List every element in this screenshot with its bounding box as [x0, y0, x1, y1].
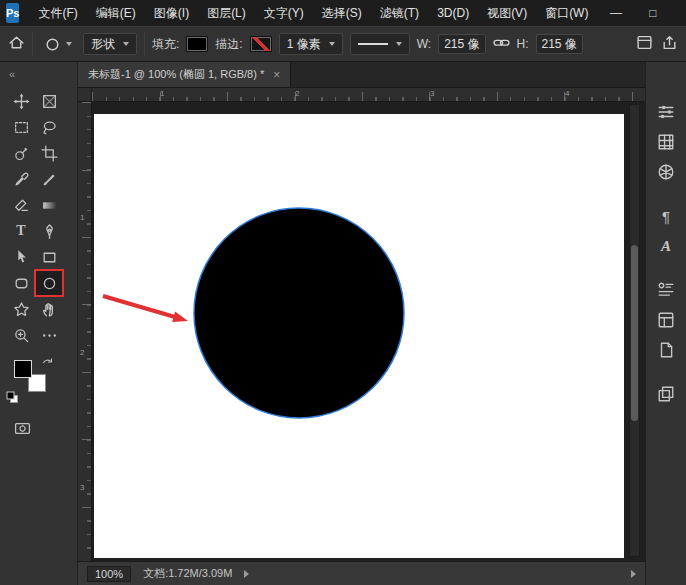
collapse-toolbar-icon[interactable]: « [0, 68, 77, 88]
brush-tool[interactable] [35, 166, 63, 192]
tools-panel: « [0, 62, 78, 585]
menu-item-filter[interactable]: 滤镜(T) [371, 5, 428, 22]
width-value: 215 像 [444, 36, 479, 53]
height-value: 215 像 [542, 36, 577, 53]
gradient-tool[interactable] [35, 192, 63, 218]
chevron-down-icon [66, 42, 72, 46]
menu-item-view[interactable]: 视图(V) [478, 5, 536, 22]
document-tab-title: 未标题-1 @ 100% (椭圆 1, RGB/8) * [88, 67, 264, 82]
ruler-number: 1 [160, 89, 164, 98]
hand-tool[interactable] [35, 296, 63, 322]
menu-item-select[interactable]: 选择(S) [313, 5, 371, 22]
type-tool[interactable]: T [7, 218, 35, 244]
pen-tool[interactable] [35, 218, 63, 244]
rounded-rectangle-tool[interactable] [7, 270, 35, 296]
menubar: Ps 文件(F) 编辑(E) 图像(I) 图层(L) 文字(Y) 选择(S) 滤… [0, 0, 686, 26]
channels-panel-icon[interactable] [654, 130, 678, 154]
quick-selection-tool[interactable] [7, 140, 35, 166]
ruler-number: 3 [430, 89, 434, 98]
close-tab-icon[interactable]: × [273, 68, 280, 82]
tool-mode-select[interactable]: 形状 [83, 33, 137, 55]
rectangle-tool[interactable] [35, 244, 63, 270]
eraser-tool[interactable] [7, 192, 35, 218]
menu-item-image[interactable]: 图像(I) [145, 5, 198, 22]
maximize-button[interactable]: □ [634, 0, 671, 26]
libraries-panel-icon[interactable] [654, 308, 678, 332]
ellipse-shape [194, 208, 404, 418]
foreground-color-swatch[interactable] [14, 360, 32, 378]
link-dimensions-icon[interactable] [493, 34, 510, 54]
menu-item-edit[interactable]: 编辑(E) [87, 5, 145, 22]
options-right-group [636, 34, 678, 54]
photoshop-logo: Ps [6, 3, 19, 23]
character-panel-icon[interactable]: A [654, 234, 678, 258]
height-label: H: [517, 37, 529, 51]
annotation-arrow-line [103, 296, 175, 317]
properties-panel-icon[interactable] [654, 100, 678, 124]
ruler-number: 3 [80, 483, 84, 492]
main-area: « [0, 62, 686, 585]
menu-item-3d[interactable]: 3D(D) [428, 6, 478, 20]
canvas-workspace[interactable]: 1 2 3 4 1 2 3 [78, 88, 645, 561]
stroke-width-value: 1 像素 [287, 36, 321, 53]
zoom-level-field[interactable]: 100% [87, 566, 131, 582]
stroke-swatch[interactable] [250, 36, 272, 52]
ellipse-tool[interactable] [35, 270, 63, 296]
eyedropper-tool[interactable] [7, 166, 35, 192]
custom-shape-tool[interactable] [7, 296, 35, 322]
stroke-style-select[interactable] [350, 33, 410, 55]
panel-toggle-icon[interactable] [636, 34, 653, 54]
scrollbar-thumb[interactable] [631, 245, 638, 421]
zoom-tool[interactable] [7, 322, 35, 348]
status-popup-arrow-icon[interactable] [244, 570, 249, 578]
status-bar: 100% 文档:1.72M/3.09M [78, 561, 645, 585]
chevron-down-icon [396, 42, 402, 46]
options-bar: 形状 填充: 描边: 1 像素 W: 215 像 H: 215 像 [0, 26, 686, 62]
fill-swatch[interactable] [186, 36, 208, 52]
vertical-scrollbar[interactable] [629, 104, 640, 557]
stroke-width-select[interactable]: 1 像素 [279, 33, 343, 55]
move-tool[interactable] [7, 88, 35, 114]
share-icon[interactable] [661, 34, 678, 54]
scroll-right-arrow-icon[interactable] [631, 570, 636, 578]
document-tabbar: 未标题-1 @ 100% (椭圆 1, RGB/8) * × [78, 62, 645, 88]
menu-item-type[interactable]: 文字(Y) [255, 5, 313, 22]
screen-mode-icon[interactable] [14, 420, 77, 441]
color-wheel-panel-icon[interactable] [654, 160, 678, 184]
layers-panel-icon[interactable] [654, 382, 678, 406]
ruler-corner [78, 88, 92, 102]
height-field[interactable]: 215 像 [536, 34, 583, 54]
path-selection-tool[interactable] [7, 244, 35, 270]
paragraph-styles-panel-icon[interactable] [654, 278, 678, 302]
document-info: 文档:1.72M/3.09M [143, 566, 232, 581]
menu-item-layer[interactable]: 图层(L) [198, 5, 255, 22]
tool-preset-picker[interactable] [40, 34, 76, 55]
ruler-number: 2 [80, 348, 84, 357]
stroke-style-preview [358, 43, 388, 45]
document-tab[interactable]: 未标题-1 @ 100% (椭圆 1, RGB/8) * × [78, 62, 291, 87]
ruler-number: 4 [565, 89, 569, 98]
ruler-number: 1 [80, 213, 84, 222]
home-icon[interactable] [8, 34, 25, 54]
fill-label: 填充: [152, 36, 179, 53]
swap-colors-icon[interactable] [42, 357, 54, 369]
annotation-arrow-head [172, 312, 188, 323]
info-panel-icon[interactable] [654, 338, 678, 362]
chevron-down-icon [329, 42, 335, 46]
default-colors-icon[interactable] [6, 391, 19, 404]
edit-toolbar-icon[interactable] [35, 322, 63, 348]
menu-item-window[interactable]: 窗口(W) [536, 5, 597, 22]
width-field[interactable]: 215 像 [438, 34, 485, 54]
close-button[interactable]: × [671, 0, 686, 26]
chevron-down-icon [123, 42, 129, 46]
document-area: 未标题-1 @ 100% (椭圆 1, RGB/8) * × 1 2 3 4 1… [78, 62, 645, 585]
minimize-button[interactable]: — [597, 0, 634, 26]
crop-tool[interactable] [35, 140, 63, 166]
marquee-tool[interactable] [7, 114, 35, 140]
paragraph-panel-icon[interactable]: ¶ [654, 204, 678, 228]
menu-item-file[interactable]: 文件(F) [29, 5, 86, 22]
lasso-tool[interactable] [35, 114, 63, 140]
canvas[interactable] [94, 114, 624, 558]
options-divider [32, 32, 33, 56]
frame-tool[interactable] [35, 88, 63, 114]
